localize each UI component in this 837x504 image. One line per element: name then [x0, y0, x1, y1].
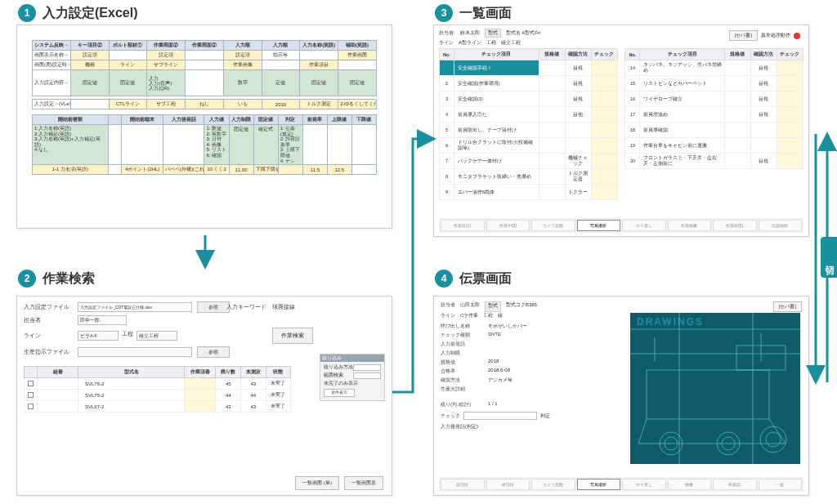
list-item[interactable]: 安全確認手続！目視 [440, 60, 618, 76]
list-item[interactable]: 7バックケア一体付け機械チェック [440, 154, 618, 169]
section-2-label: 作業検索 [43, 270, 95, 288]
search-footer: 一覧画面 (単) 一覧画面表 [295, 476, 383, 490]
list-item[interactable]: 6ドリル台クラットに取付け(投備確認等) [440, 138, 618, 154]
panel-search: 入力設定ファイル 入力設定ファイル_CDT電設立仕様.xlsx 参照 入力キーワ… [16, 296, 392, 496]
swap-label: 切替 [821, 237, 837, 278]
filter-pending: 未完了のみ表示 [324, 381, 358, 386]
list-item[interactable]: 20フロントガラス上・下天井・左右天・左側前に目視 [625, 154, 803, 169]
input-line[interactable]: ピラA-F [78, 331, 119, 341]
menu-btn[interactable]: [セパ書] [729, 30, 758, 41]
bar-btn[interactable]: 写真撮影 [577, 479, 621, 490]
input-file[interactable]: 入力設定ファイル_CDT電設立仕様.xlsx [78, 302, 192, 312]
bar-btn[interactable]: 作業検索 [668, 220, 712, 231]
arrow-2-to-3 [392, 131, 433, 408]
svg-rect-0 [647, 370, 769, 419]
svg-point-13 [766, 432, 781, 447]
table-row[interactable]: SVL75-24444未実了 [25, 390, 291, 401]
bar-btn[interactable]: 伝票画面 [759, 220, 803, 231]
filter-title: 絞り込み [320, 355, 384, 362]
list-item[interactable]: 17前員埋抜め目視 [625, 107, 803, 123]
bar-btn[interactable]: 写真撮影 [577, 220, 621, 231]
list-item[interactable]: 18前員導確認 [625, 123, 803, 138]
table-row[interactable]: SVL75-24543未実了 [25, 378, 291, 390]
panel-slip: 担当者山田太郎 型式型式コクB385 [セパ書] ラインCラ作業 工程組 呼び出… [433, 296, 809, 496]
check-list-left: No.チェック項目規格値確認方法チェック安全確認手続！目視2安全確認(作業環境)… [439, 48, 618, 200]
bar-btn[interactable]: 前項目 [441, 479, 485, 490]
list-item[interactable]: 5前員取出し、テープ張付け [440, 123, 618, 138]
badge-2: 2 [18, 270, 36, 288]
slip-header: 担当者山田太郎 型式型式コクB385 [セパ書] [441, 301, 802, 312]
search-button[interactable]: 作業検索 [272, 328, 313, 344]
badge-4: 4 [435, 270, 453, 288]
list-item[interactable]: 2安全確認(作業環境)目視 [440, 76, 618, 91]
list-bottom-bar: 作業前(1)作業中(3)カメラ起動写真撮影やり直し作業検索作業前(5)伝票画面 [439, 218, 803, 233]
filter-box: 絞り込み 絞り込み方法 範囲検索 未完了のみ表示 全件表示 [320, 354, 385, 401]
filter-range-input[interactable] [353, 372, 381, 379]
bar-btn[interactable]: 一覧 [759, 479, 803, 490]
bar-btn[interactable]: 作業前(1) [441, 220, 485, 231]
bar-btn[interactable]: やり直し [622, 479, 666, 490]
bar-btn[interactable]: 作業前 [713, 479, 757, 490]
list-item[interactable]: 9エバー油作6両体トクラー [440, 185, 618, 200]
bar-btn[interactable]: 検索 [668, 479, 712, 490]
lbl-person: 担当者 [24, 317, 73, 324]
list-item[interactable]: 15リストビンなどカバーペット目視 [625, 76, 803, 91]
slip-menu-btn[interactable]: [セパ書] [773, 301, 802, 312]
bar-btn[interactable]: 作業中(3) [486, 220, 530, 231]
btn-browse[interactable]: 参照 [197, 301, 230, 313]
excel-table-1: システム反映→ キー項目② ボルト類材① 作業画面② 作業画面② 入力順 入力順… [32, 40, 377, 109]
lbl-file: 入力設定ファイル [24, 304, 73, 311]
filter-method: 絞り込み方法 [324, 364, 353, 371]
input-person[interactable]: 田中一郎 [78, 315, 127, 325]
section-1-label: 入力設定(Excel) [43, 5, 137, 22]
table-row[interactable]: SVL97-24343未実了 [25, 401, 291, 413]
bar-btn[interactable]: 作業前(5) [713, 220, 757, 231]
slip-check-input[interactable] [463, 412, 537, 420]
list-item[interactable]: 19作業台車をキャビン前に運搬 [625, 138, 803, 154]
section-4-title: 4 伝票画面 [435, 270, 512, 288]
kw-value: 球面接線 [272, 304, 354, 311]
badge-3: 3 [435, 4, 453, 22]
section-1-title: 1 入力設定(Excel) [18, 4, 137, 22]
excel-table-2: 開始前複製 開始前端末 入力後発話 入力値 入力制限 固定値 判定 前発率 上限… [32, 114, 377, 175]
list-item[interactable]: 3安全確認(3)目視 [440, 91, 618, 107]
bar-btn[interactable]: やり直し [622, 220, 666, 231]
drawing-image: DRAWINGS [630, 313, 800, 464]
panel-list: 担当者:鈴木太郎 型式型式名 A型式Fri ラインA型ライン 工程組立工程 [セ… [433, 25, 809, 237]
panel-excel: システム反映→ キー項目② ボルト類材① 作業画面② 作業画面② 入力順 入力順… [16, 25, 392, 229]
bar-btn[interactable]: カメラ起動 [531, 479, 575, 490]
list-item[interactable]: 14ネジバネ、ネジアッシ、生バネ埋締め目視 [625, 60, 803, 76]
list-item[interactable]: 16ワイヤロープ確立目視 [625, 91, 803, 107]
filter-showall-btn[interactable]: 全件表示 [324, 389, 355, 397]
section-3-label: 一覧画面 [459, 5, 512, 22]
error-label: 異常処理動作 [761, 32, 790, 39]
section-3-title: 3 一覧画面 [435, 4, 512, 22]
filter-range: 範囲検索 [324, 372, 343, 379]
check-list-right: No.チェック項目規格値確認方法チェック14ネジバネ、ネジアッシ、生バネ埋締め目… [624, 48, 803, 169]
list-item[interactable]: 4前員導入②た目他 [440, 107, 618, 123]
footer-btn-2[interactable]: 一覧画面表 [344, 476, 383, 490]
badge-1: 1 [18, 4, 36, 22]
btn-browse-2[interactable]: 参照 [197, 346, 230, 358]
input-proc[interactable]: 組立工程 [137, 331, 177, 341]
error-indicator: [セパ書] 異常処理動作 [729, 30, 800, 41]
svg-point-12 [760, 426, 786, 453]
search-result-table: 組番型式名作業項番残り数未測定状態 SVL75-24543未実了SVL75-24… [24, 366, 291, 413]
arrow-1-to-2 [199, 235, 211, 268]
lbl-line: ライン [24, 332, 73, 340]
filter-method-input[interactable] [353, 364, 381, 371]
bar-btn[interactable]: 終項目 [486, 479, 530, 490]
xl-h: システム反映→ [33, 41, 71, 51]
section-4-label: 伝票画面 [459, 270, 512, 288]
footer-btn-1[interactable]: 一覧画面 (単) [295, 476, 339, 490]
error-dot-icon [794, 33, 800, 39]
input-imgdir[interactable] [78, 347, 192, 357]
lbl-imgdir: 生産指示ファイル [24, 349, 73, 356]
lbl-kw: 入力キーワード [226, 304, 267, 311]
list-item[interactable]: 8モニタブラケット取締い・先導めトルク測定器 [440, 169, 618, 185]
lbl-proc: 工程 [122, 331, 133, 341]
section-2-title: 2 作業検索 [18, 270, 95, 288]
slip-check-btn[interactable]: 判定 [540, 413, 550, 420]
slip-bottom-bar: 前項目終項目カメラ起動写真撮影やり直し検索作業前一覧 [439, 477, 803, 492]
bar-btn[interactable]: カメラ起動 [531, 220, 575, 231]
